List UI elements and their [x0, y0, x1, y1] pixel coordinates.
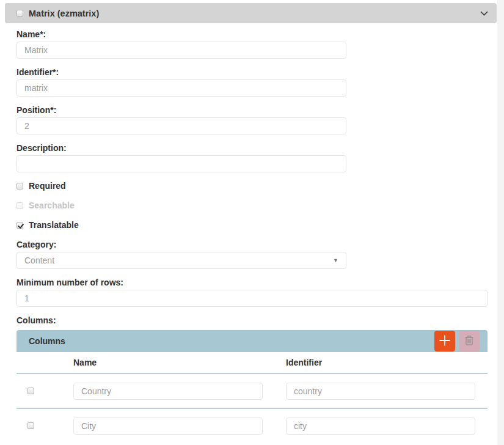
- name-label: Name*:: [16, 29, 488, 39]
- searchable-checkbox-row: Searchable: [16, 200, 488, 210]
- column-identifier-input[interactable]: [286, 417, 475, 435]
- columns-toolbar: [434, 331, 480, 351]
- min-rows-field: Minimum number of rows:: [16, 278, 488, 307]
- panel-title: Matrix (ezmatrix): [29, 9, 99, 18]
- plus-icon: [439, 334, 451, 348]
- table-row: [16, 373, 488, 408]
- category-selected-value: Content: [24, 256, 54, 265]
- searchable-checkbox: [16, 202, 23, 209]
- name-input[interactable]: [16, 42, 346, 59]
- add-column-button[interactable]: [434, 331, 455, 351]
- required-label: Required: [29, 181, 66, 191]
- column-header-name: Name: [73, 358, 286, 367]
- searchable-label: Searchable: [29, 200, 75, 210]
- position-label: Position*:: [16, 105, 488, 115]
- translatable-checkbox[interactable]: [16, 222, 23, 229]
- dropdown-caret-icon: ▼: [333, 258, 338, 263]
- column-name-input[interactable]: [73, 383, 263, 400]
- scrollbar-gutter[interactable]: [497, 0, 504, 445]
- delete-column-button: [459, 331, 480, 351]
- identifier-input[interactable]: [16, 79, 346, 97]
- column-identifier-input[interactable]: [286, 383, 475, 400]
- min-rows-input[interactable]: [16, 290, 488, 307]
- min-rows-label: Minimum number of rows:: [16, 278, 488, 287]
- name-field: Name*:: [16, 29, 488, 59]
- columns-panel-title: Columns: [29, 336, 65, 346]
- identifier-field: Identifier*:: [16, 67, 488, 97]
- translatable-checkbox-row[interactable]: Translatable: [16, 220, 488, 230]
- trash-icon: [464, 335, 474, 348]
- position-field: Position*:: [16, 105, 488, 134]
- chevron-down-icon[interactable]: [480, 11, 488, 16]
- position-input[interactable]: [16, 117, 346, 134]
- table-row: [16, 408, 488, 443]
- fieldtype-settings-form: Name*: Identifier*: Position*: Descripti…: [16, 23, 488, 443]
- description-input[interactable]: [16, 155, 346, 172]
- columns-table-header: Name Identifier: [16, 352, 488, 373]
- description-field: Description:: [16, 143, 488, 172]
- translatable-label: Translatable: [29, 220, 79, 230]
- fieldtype-edit-page: Matrix (ezmatrix) Name*: Identifier*: Po…: [0, 0, 504, 445]
- category-field: Category: Content ▼: [16, 240, 488, 269]
- row-select-checkbox[interactable]: [27, 422, 34, 429]
- required-checkbox-row[interactable]: Required: [16, 181, 488, 191]
- columns-panel: Columns: [16, 330, 488, 443]
- column-header-identifier: Identifier: [286, 358, 488, 367]
- columns-field-label: Columns:: [16, 315, 488, 325]
- required-checkbox[interactable]: [16, 183, 23, 189]
- description-label: Description:: [16, 143, 488, 153]
- column-name-input[interactable]: [73, 417, 263, 435]
- row-select-checkbox[interactable]: [27, 388, 34, 394]
- columns-panel-header: Columns: [16, 330, 488, 352]
- category-select[interactable]: Content ▼: [16, 252, 346, 269]
- fieldtype-panel-header[interactable]: Matrix (ezmatrix): [5, 3, 497, 23]
- identifier-label: Identifier*:: [16, 67, 488, 77]
- fieldtype-select-checkbox[interactable]: [16, 10, 23, 17]
- category-label: Category:: [16, 240, 488, 249]
